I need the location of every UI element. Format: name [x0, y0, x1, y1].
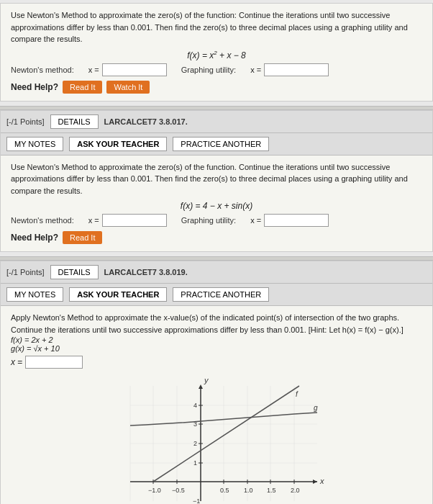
function2-3: g(x) = √x + 10	[11, 344, 422, 353]
read-it-button-1[interactable]: Read It	[63, 81, 102, 94]
x-tick-15: 1.5	[267, 487, 276, 494]
course-code-2: LARCALCET7 3.8.017.	[104, 117, 188, 126]
problem-card-2: [-/1 Points] DETAILS LARCALCET7 3.8.017.…	[0, 110, 433, 253]
my-notes-button-2[interactable]: MY NOTES	[6, 137, 63, 151]
graph-svg-3: x y −1.0 −0.5 0.5 1.0 1.5 2.0	[101, 372, 332, 504]
graphing-input-2[interactable]	[264, 214, 329, 227]
details-button-2[interactable]: DETAILS	[50, 114, 99, 129]
my-notes-button-3[interactable]: MY NOTES	[6, 287, 63, 302]
x-input-3[interactable]	[25, 356, 83, 369]
action-row-2: MY NOTES ASK YOUR TEACHER PRACTICE ANOTH…	[1, 133, 432, 156]
graphing-label-2: Graphing utility:	[181, 216, 236, 225]
practice-another-button-3[interactable]: PRACTICE ANOTHER	[173, 287, 269, 302]
details-button-3[interactable]: DETAILS	[50, 265, 99, 279]
y-tick-n1: −1	[193, 498, 200, 504]
x-label-3: x =	[11, 357, 22, 367]
watch-it-button-1[interactable]: Watch It	[106, 81, 150, 94]
x-input-row-3: x =	[11, 356, 422, 369]
problem-description-2: Use Newton's Method to approximate the z…	[11, 161, 422, 197]
ask-teacher-button-2[interactable]: ASK YOUR TEACHER	[69, 137, 167, 151]
x-axis-label: x	[319, 477, 324, 485]
functions-list-3: f(x) = 2x + 2 g(x) = √x + 10	[11, 336, 422, 353]
problem-description-3: Apply Newton's Method to approximate the…	[11, 312, 422, 336]
newtons-input-2[interactable]	[102, 214, 167, 227]
y-tick-4: 4	[193, 402, 197, 409]
x-tick-10: 1.0	[244, 487, 253, 494]
x-tick-n05: −0.5	[172, 487, 185, 494]
graphing-input-1[interactable]	[264, 63, 329, 76]
ask-teacher-button-3[interactable]: ASK YOUR TEACHER	[69, 287, 167, 302]
need-help-row-1: Need Help? Read It Watch It	[11, 81, 422, 94]
x-equals-graphing-2: x =	[250, 214, 329, 227]
need-help-label-2: Need Help?	[11, 233, 58, 243]
points-badge-2: [-/1 Points]	[6, 117, 45, 126]
x-tick-20: 2.0	[291, 487, 300, 494]
toolbar-3: [-/1 Points] DETAILS LARCALCET7 3.8.019.	[1, 261, 432, 284]
graphing-label-1: Graphing utility:	[181, 66, 236, 74]
x-tick-n1: −1.0	[148, 487, 161, 494]
problem-description-1: Use Newton's Method to approximate the z…	[11, 9, 422, 45]
problem-card-1: Use Newton's Method to approximate the z…	[0, 3, 433, 102]
g-label: g	[314, 404, 318, 412]
function-display-1: f(x) = x2 + x − 8	[11, 50, 422, 60]
toolbar-2: [-/1 Points] DETAILS LARCALCET7 3.8.017.	[1, 111, 432, 133]
x-equals-newtons-1: x =	[88, 63, 167, 76]
y-tick-2: 2	[193, 440, 197, 447]
need-help-row-2: Need Help? Read It	[11, 231, 422, 244]
problem-text-section-2: Use Newton's Method to approximate the z…	[1, 156, 432, 252]
practice-another-button-2[interactable]: PRACTICE ANOTHER	[173, 137, 269, 151]
read-it-button-2[interactable]: Read It	[63, 231, 102, 244]
x-equals-newtons-2: x =	[88, 214, 167, 227]
points-badge-3: [-/1 Points]	[6, 268, 45, 276]
x-tick-05: 0.5	[220, 487, 229, 494]
action-row-3: MY NOTES ASK YOUR TEACHER PRACTICE ANOTH…	[1, 284, 432, 306]
page-wrapper: Use Newton's Method to approximate the z…	[0, 0, 433, 504]
need-help-label-1: Need Help?	[11, 82, 58, 92]
x-equals-graphing-1: x =	[250, 63, 329, 76]
graph-container-3: x y −1.0 −0.5 0.5 1.0 1.5 2.0	[11, 372, 422, 504]
graph-area-3: Apply Newton's Method to approximate the…	[1, 306, 432, 504]
method-row-2: Newton's method: x = Graphing utility: x…	[11, 214, 422, 227]
problem-card-3: [-/1 Points] DETAILS LARCALCET7 3.8.019.…	[0, 261, 433, 504]
newtons-input-1[interactable]	[102, 63, 167, 76]
newtons-method-label-1: Newton's method:	[11, 66, 74, 74]
function1-3: f(x) = 2x + 2	[11, 336, 422, 344]
y-tick-1: 1	[193, 459, 197, 467]
problem-text-section-1: Use Newton's Method to approximate the z…	[1, 4, 432, 101]
function-display-2: f(x) = 4 − x + sin(x)	[11, 201, 422, 211]
newtons-method-label-2: Newton's method:	[11, 216, 74, 225]
course-code-3: LARCALCET7 3.8.019.	[104, 268, 188, 276]
method-row-1: Newton's method: x = Graphing utility: x…	[11, 63, 422, 76]
